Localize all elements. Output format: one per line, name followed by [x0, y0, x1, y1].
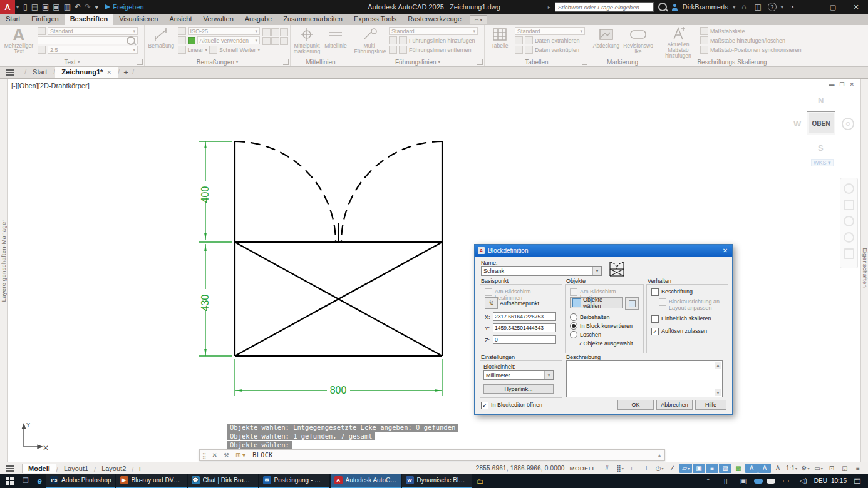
workspace-switching-icon[interactable]: ⚙▾	[799, 464, 812, 473]
collaborate-icon[interactable]: ◫	[754, 0, 761, 14]
viewcube-top-face[interactable]: OBEN	[807, 111, 835, 135]
text-style-combo[interactable]: Standard▾	[48, 27, 138, 35]
onedrive-icon[interactable]	[754, 479, 763, 484]
adjust-space-icon[interactable]	[271, 28, 279, 36]
file-explorer-icon[interactable]: 🗀	[473, 474, 487, 488]
ribbon-tab-express-tools[interactable]: Express Tools	[348, 14, 402, 25]
user-menu-arrow-icon[interactable]: ▾	[733, 4, 735, 10]
ribbon-tab-visualisieren[interactable]: Visualisieren	[113, 14, 163, 25]
x-coordinate-field[interactable]	[493, 312, 556, 321]
scroll-down-icon[interactable]: ▼	[715, 389, 721, 396]
find-text-field[interactable]	[38, 36, 138, 44]
continue-dim-button[interactable]: Weiter	[240, 47, 256, 53]
inspect-icon[interactable]	[262, 37, 271, 45]
units-icon[interactable]: ⊡	[825, 464, 838, 473]
taskbar-app-button[interactable]: WDynamische Blöcke in...	[402, 474, 472, 488]
table-button[interactable]: Tabelle	[487, 26, 512, 56]
dimension-button[interactable]: Bemaßung	[147, 26, 175, 56]
open-in-block-editor-checkbox[interactable]: ✓In Blockeditor öffnen	[481, 402, 542, 409]
y-coordinate-field[interactable]	[493, 323, 556, 332]
annotation-visibility-icon[interactable]: A	[745, 464, 758, 473]
dim-layer-combo[interactable]: Aktuelle verwenden▾	[197, 36, 260, 44]
block-unit-combo[interactable]: Millimeter▾	[483, 370, 554, 380]
ribbon-tab-rasterwerkzeuge[interactable]: Rasterwerkzeuge	[402, 14, 467, 25]
minimize-button[interactable]: –	[800, 0, 819, 14]
search-scope-arrow-icon[interactable]: ▸	[548, 4, 550, 10]
wipeout-button[interactable]: Abdeckung	[592, 26, 621, 56]
hyperlink-button[interactable]: Hyperlink...	[483, 384, 554, 394]
break-dim-icon[interactable]	[262, 28, 271, 36]
panel-label-markup[interactable]: Markierung	[589, 58, 656, 66]
lineweight-icon[interactable]: ≡	[706, 464, 718, 473]
command-expand-icon[interactable]: ▴	[658, 452, 664, 458]
reassociate-icon[interactable]	[280, 37, 288, 45]
viewcube-south[interactable]: S	[818, 143, 824, 153]
tray-phone-icon[interactable]: ▯	[719, 477, 733, 485]
dialog-launcher-icon[interactable]	[137, 59, 143, 65]
tab-drawing1[interactable]: Zeichnung1*✕	[55, 67, 118, 78]
transparency-icon[interactable]: ▨	[719, 464, 731, 473]
app-store-icon[interactable]: ⌂	[741, 0, 746, 14]
clean-screen-icon[interactable]: ◱	[839, 464, 851, 473]
layout-tab-layout2[interactable]: Layout2	[96, 464, 132, 473]
command-customize-icon[interactable]: ⚒	[220, 452, 232, 459]
language-indicator[interactable]: DEU	[814, 477, 827, 484]
ribbon-tab-ansicht[interactable]: Ansicht	[163, 14, 197, 25]
dim-style-combo[interactable]: ISO-25▾	[188, 27, 260, 35]
steering-wheel-icon[interactable]	[844, 183, 854, 194]
layout-menu-icon[interactable]	[0, 465, 22, 472]
layout-tab-layout1[interactable]: Layout1	[58, 464, 94, 473]
layer-properties-palette-strip[interactable]: Layereigenschaften-Manager	[0, 79, 8, 462]
plot-icon[interactable]: ▥	[64, 0, 71, 14]
showmotion-icon[interactable]	[844, 248, 854, 259]
table-style-combo[interactable]: Standard▾	[515, 27, 585, 35]
dialog-launcher-icon[interactable]	[477, 59, 483, 65]
help-icon[interactable]: ?	[768, 3, 777, 11]
save-as-icon[interactable]: ▣	[53, 0, 59, 14]
ribbon-tab-beschriften[interactable]: Beschriften	[65, 14, 114, 25]
drawing-canvas[interactable]: Layereigenschaften-Manager Eigenschaften…	[0, 79, 868, 462]
cancel-button[interactable]: Abbrechen	[656, 400, 693, 410]
add-layout-button[interactable]: +	[133, 464, 146, 474]
file-tabs-menu-icon[interactable]	[0, 67, 24, 78]
selection-cycling-icon[interactable]: ▩	[732, 464, 745, 473]
properties-palette-strip[interactable]: Eigenschaften	[860, 79, 868, 462]
panel-label-text[interactable]: Text▾	[0, 58, 144, 66]
multileader-button[interactable]: Multi-Führungslinie	[354, 26, 386, 56]
scroll-up-icon[interactable]: ▲	[715, 362, 721, 369]
app-menu-arrow-icon[interactable]: ▾	[16, 4, 19, 10]
drawing-restore-icon[interactable]: ❐	[839, 81, 844, 88]
match-orientation-checkbox[interactable]: Blockausrichtung an Layout anpassen	[659, 298, 724, 312]
add-current-scale-button[interactable]: Aktuellen Maßstab hinzufügen	[659, 26, 698, 56]
viewcube-wcs-menu[interactable]: WKS ▾	[811, 159, 834, 166]
pan-icon[interactable]	[844, 200, 854, 210]
search-icon[interactable]	[658, 3, 667, 11]
centerline-button[interactable]: Mittellinie	[323, 26, 348, 56]
extract-data-button[interactable]: Daten extrahieren	[535, 38, 580, 44]
layout-tab-modell[interactable]: Modell	[22, 464, 56, 473]
delete-radio[interactable]: Löschen	[570, 331, 601, 338]
tray-chevron-icon[interactable]: ⌃	[701, 478, 715, 484]
ribbon-tab-ausgabe[interactable]: Ausgabe	[239, 14, 277, 25]
isodraft-icon[interactable]: ∠	[666, 464, 679, 473]
infer-constraints-icon[interactable]: ∟	[627, 464, 639, 473]
convert-to-block-radio[interactable]: In Block konvertieren	[570, 322, 633, 330]
command-input-text[interactable]: BLOCK	[252, 452, 273, 459]
centermark-button[interactable]: Mittelpunktmarkierung	[293, 26, 321, 56]
start-button[interactable]	[0, 474, 19, 488]
ortho-icon[interactable]: ⊥	[640, 464, 653, 473]
taskbar-app-button[interactable]: PsAdobe Photoshop	[46, 474, 115, 488]
scale-value[interactable]: 1:1▾	[785, 464, 798, 473]
quick-dim-button[interactable]: Schnell	[219, 47, 238, 53]
help-search-input[interactable]	[555, 2, 654, 12]
help-button[interactable]: Hilfe	[695, 400, 726, 410]
drawing-minimize-icon[interactable]: ▬	[829, 81, 834, 88]
sync-scale-positions-button[interactable]: Maßstab-Positionen synchronisieren	[710, 47, 802, 53]
ribbon-tab-verwalten[interactable]: Verwalten	[197, 14, 239, 25]
viewcube-north[interactable]: N	[818, 96, 824, 105]
remove-leader-button[interactable]: Führungslinien entfernen	[409, 47, 472, 53]
cloud-status-icon[interactable]	[767, 479, 775, 484]
internet-explorer-icon[interactable]: e	[33, 474, 46, 488]
clock[interactable]: 10:15	[831, 477, 847, 484]
autocad-logo[interactable]: A	[0, 0, 15, 14]
